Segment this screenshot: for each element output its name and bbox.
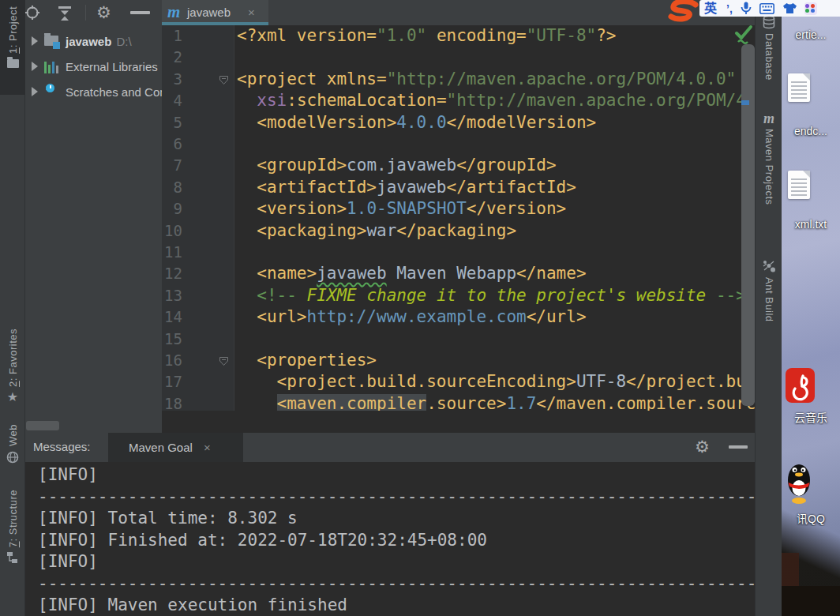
fold-marker-icon[interactable] xyxy=(219,355,229,366)
expand-arrow-icon[interactable] xyxy=(32,36,38,46)
line-number: 15 xyxy=(162,329,182,350)
folder-icon xyxy=(7,59,19,68)
toolbox-grid-icon[interactable] xyxy=(804,2,817,15)
toolwindow-button-web[interactable]: Web xyxy=(0,424,25,478)
code-line[interactable]: <packaging>war</packaging> xyxy=(237,220,516,242)
code-line[interactable]: <version>1.0-SNAPSHOT</version> xyxy=(237,198,566,220)
code-token: </groupId> xyxy=(456,156,556,175)
code-token: javaweb xyxy=(317,264,387,283)
code-line[interactable]: <project.build.sourceEncoding>UTF-8</pro… xyxy=(237,371,755,393)
tree-item-javaweb[interactable]: javaweb D:\ xyxy=(25,30,162,52)
code-token: <project.build.sourceEncoding> xyxy=(277,372,576,391)
toolwindow-button-structure[interactable]: 7: Structure xyxy=(0,490,25,616)
code-line[interactable]: <url>http://www.example.com</url> xyxy=(237,306,587,328)
code-line[interactable]: <!-- FIXME change it to the project's we… xyxy=(237,285,746,306)
desktop-shadow xyxy=(782,586,840,616)
code-line[interactable]: <properties> xyxy=(237,350,377,371)
code-token: war xyxy=(366,221,396,240)
desktop-icon-label[interactable]: xml.txt xyxy=(782,218,840,231)
netease-music-icon[interactable] xyxy=(786,368,815,403)
code-token: xsi xyxy=(257,91,287,110)
code-token: <name> xyxy=(257,264,317,283)
tab-maven-goal[interactable]: Maven Goal × xyxy=(108,433,243,462)
code-area[interactable]: <?xml version="1.0" encoding="UTF-8"?><p… xyxy=(237,25,755,411)
code-line[interactable]: <groupId>com.javaweb</groupId> xyxy=(237,155,557,176)
line-number: 10 xyxy=(162,220,182,242)
maven-console-output[interactable]: [INFO] ---------------------------------… xyxy=(25,462,755,616)
tree-item-scratches[interactable]: › Scratches and Consoles xyxy=(25,81,162,103)
console-line: [INFO] xyxy=(38,551,108,573)
console-line: [INFO] Finished at: 2022-07-18T20:32:45+… xyxy=(38,530,487,552)
line-number: 13 xyxy=(162,285,182,306)
toolwindow-button-database[interactable]: Database xyxy=(756,16,782,81)
editor[interactable]: 123456789101112131415161718 <?xml versio… xyxy=(162,25,755,433)
expand-arrow-icon[interactable] xyxy=(32,87,38,96)
line-number: 7 xyxy=(162,155,182,176)
code-line[interactable]: <name>javaweb Maven Webapp</name> xyxy=(237,263,587,284)
horizontal-scrollbar[interactable] xyxy=(26,421,59,430)
tab-close-icon[interactable]: × xyxy=(204,441,211,454)
ime-language-mode[interactable]: 英 xyxy=(704,0,717,17)
project-panel: javaweb D:\ External Libraries › Scratch… xyxy=(25,25,162,433)
code-line[interactable]: <modelVersion>4.0.0</modelVersion> xyxy=(237,112,596,133)
code-line[interactable]: <project xmlns="http://maven.apache.org/… xyxy=(237,69,736,90)
hide-console-icon[interactable] xyxy=(729,445,748,449)
toolwindow-button-favorites[interactable]: 2: Favorites ★ xyxy=(0,329,25,409)
line-number: 1 xyxy=(162,25,182,47)
editor-scrollbar[interactable] xyxy=(741,44,755,406)
code-line[interactable]: xsi:schemaLocation="http://maven.apache.… xyxy=(237,90,755,111)
toolwindow-button-project[interactable]: 1: Project xyxy=(0,0,25,95)
code-token: 4.0.0 xyxy=(396,113,446,132)
code-token: encoding= xyxy=(426,26,526,45)
expand-arrow-icon[interactable] xyxy=(32,62,38,71)
tree-item-path: D:\ xyxy=(116,35,131,48)
star-icon: ★ xyxy=(7,391,18,404)
desktop-icon-label[interactable]: endc... xyxy=(782,125,840,137)
code-token: <maven.compiler xyxy=(277,394,427,411)
line-number: 17 xyxy=(162,371,182,393)
code-token: <project xmlns= xyxy=(237,69,387,88)
code-token: "1.0" xyxy=(377,26,426,45)
fold-marker-icon[interactable] xyxy=(219,74,229,85)
editor-gutter: 123456789101112131415161718 xyxy=(162,25,234,411)
messages-header: Messages: Maven Goal × ⚙ xyxy=(25,433,755,462)
console-settings-gear-icon[interactable]: ⚙ xyxy=(695,438,710,455)
line-number: 8 xyxy=(162,177,182,198)
code-token: <!-- xyxy=(257,286,297,305)
scrollbar-highlight-mark xyxy=(741,100,749,105)
hide-panel-icon[interactable] xyxy=(130,11,150,14)
sogou-input-logo[interactable] xyxy=(665,0,703,22)
scratches-icon: › xyxy=(44,85,62,99)
tab-title: javaweb xyxy=(187,6,231,19)
project-folder-icon xyxy=(44,34,62,48)
messages-label: Messages: xyxy=(33,440,91,453)
inspections-ok-icon[interactable] xyxy=(733,22,755,44)
code-line[interactable]: <maven.compiler.source>1.7</maven.compil… xyxy=(237,393,755,411)
tab-javaweb[interactable]: m javaweb × xyxy=(162,0,268,25)
desktop-icon-label[interactable]: 云音乐 xyxy=(782,409,840,425)
keyboard-icon[interactable] xyxy=(759,3,774,14)
tab-close-icon[interactable]: × xyxy=(248,6,255,19)
skin-shirt-icon[interactable] xyxy=(782,2,797,14)
toolwindow-button-ant-build[interactable]: Ant Build xyxy=(756,259,782,322)
maven-icon: m xyxy=(763,112,774,125)
mic-icon[interactable] xyxy=(741,2,752,15)
code-line[interactable]: <artifactId>javaweb</artifactId> xyxy=(237,177,576,198)
punctuation-toggle-icon[interactable]: ’, xyxy=(726,2,733,15)
locate-icon[interactable] xyxy=(25,6,39,20)
line-number: 2 xyxy=(162,47,182,68)
line-number: 14 xyxy=(162,306,182,328)
desktop-icon-label[interactable]: ertie... xyxy=(782,28,840,41)
settings-gear-icon[interactable]: ⚙ xyxy=(96,4,111,21)
toolwindow-button-maven-projects[interactable]: m Maven Projects xyxy=(756,112,782,205)
screen: ⚙ m javaweb × javaweb D:\ External Libra… xyxy=(0,0,840,616)
project-toolbar: ⚙ m javaweb × xyxy=(25,0,755,25)
code-line[interactable]: <?xml version="1.0" encoding="UTF-8"?> xyxy=(237,25,616,47)
tree-item-external-libraries[interactable]: External Libraries xyxy=(25,55,162,77)
code-token: </packaging> xyxy=(396,221,516,240)
file-icon[interactable] xyxy=(788,73,810,102)
file-icon[interactable] xyxy=(788,171,810,199)
code-token: http://www.example.com xyxy=(307,307,527,326)
console-line: [INFO] xyxy=(38,464,108,486)
collapse-all-icon[interactable] xyxy=(57,6,73,21)
